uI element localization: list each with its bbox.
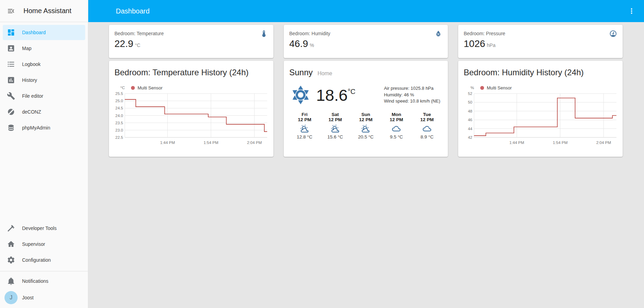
y-axis-unit: % <box>464 86 474 90</box>
temperature-history-card: Bedroom: Temperature History (24h) °C Mu… <box>109 61 273 157</box>
svg-text:42: 42 <box>468 135 472 139</box>
forecast-time: 12 PM <box>412 117 442 122</box>
forecast-temp: 8.9 °C <box>412 134 442 139</box>
svg-text:2:04 PM: 2:04 PM <box>247 141 262 145</box>
forecast-col-sat: Sat12 PM15.6 °C <box>320 112 351 139</box>
sidebar-item-label: Developer Tools <box>22 225 57 231</box>
svg-text:46: 46 <box>468 118 472 122</box>
sidebar-item-label: Configuration <box>22 257 51 263</box>
card-title: Bedroom: Humidity History (24h) <box>464 68 617 77</box>
svg-text:25.0: 25.0 <box>115 99 123 103</box>
sidebar-divider <box>0 271 88 271</box>
legend-label: Multi Sensor <box>138 85 162 90</box>
app-title: Home Assistant <box>23 7 71 15</box>
sidebar-item-user[interactable]: J Joost <box>3 290 85 305</box>
weather-temperature: 18.6 <box>316 87 348 103</box>
humidity-history-chart: 5250484644421:44 PM1:54 PM2:04 PM <box>464 91 617 146</box>
svg-text:24.0: 24.0 <box>115 114 123 118</box>
weather-partly-cloudy-icon <box>361 124 370 133</box>
forecast-col-mon: Mon12 PM9.5 °C <box>381 112 412 139</box>
sensor-unit: hPa <box>487 42 495 48</box>
sidebar-nav: DashboardMapLogbookHistoryFile editordeC… <box>0 22 88 220</box>
dots-vertical-icon[interactable] <box>627 7 636 15</box>
notifications-label: Notifications <box>22 278 48 284</box>
weather-card[interactable]: Sunny Home 18.6 °C Air pressure: 1025.8 … <box>284 61 448 157</box>
weather-cloudy-icon <box>392 124 401 133</box>
svg-text:44: 44 <box>468 127 472 131</box>
sensor-name: Bedroom: Temperature <box>114 30 260 36</box>
card-title: Bedroom: Temperature History (24h) <box>114 68 268 77</box>
forecast-temp: 15.6 °C <box>320 134 351 139</box>
menu-open-icon[interactable] <box>7 7 15 15</box>
sensor-unit: % <box>310 42 314 48</box>
sidebar-item-label: Supervisor <box>22 241 45 247</box>
svg-text:25.5: 25.5 <box>115 92 123 96</box>
sidebar-item-label: Map <box>22 46 31 51</box>
weather-partly-cloudy-icon <box>300 124 309 133</box>
legend-dot <box>480 86 484 90</box>
sensor-card-bedroom-pressure[interactable]: Bedroom: Pressure1026hPa <box>458 25 623 58</box>
sidebar-item-file-editor[interactable]: File editor <box>3 88 85 104</box>
sidebar-item-notifications[interactable]: Notifications <box>3 273 85 289</box>
account-box-icon <box>7 44 15 52</box>
weather-attributes: Air pressure: 1025.8 hPaHumidity: 46 %Wi… <box>384 85 440 105</box>
svg-text:52: 52 <box>468 92 472 96</box>
user-name: Joost <box>22 295 33 300</box>
poll-box-icon <box>7 76 15 84</box>
page-title: Dashboard <box>116 7 150 15</box>
svg-text:1:44 PM: 1:44 PM <box>160 141 175 145</box>
weather-cloudy-icon <box>422 124 432 133</box>
sidebar-item-dashboard[interactable]: Dashboard <box>3 25 85 40</box>
bell-icon <box>7 277 15 285</box>
wrench-icon <box>7 92 15 100</box>
forecast-col-fri: Fri12 PM12.8 °C <box>289 112 320 139</box>
svg-text:23.0: 23.0 <box>115 128 123 132</box>
forecast-day: Sat <box>320 112 351 117</box>
temperature-history-chart: 25.525.024.524.023.523.022.51:44 PM1:54 … <box>114 91 268 146</box>
database-icon <box>7 124 15 132</box>
weather-attribute: Humidity: 46 % <box>384 92 440 98</box>
gauge-icon <box>609 30 617 38</box>
dashboard-view: Bedroom: Temperature22.9°CBedroom: Humid… <box>88 22 644 308</box>
home-assistant-icon <box>7 240 15 248</box>
forecast-time: 12 PM <box>289 117 320 122</box>
forecast-col-sun: Sun12 PM20.5 °C <box>351 112 381 139</box>
sidebar-item-phpmyadmin[interactable]: phpMyAdmin <box>3 120 85 135</box>
sidebar-item-label: deCONZ <box>22 109 41 115</box>
forecast-day: Tue <box>412 112 442 117</box>
sidebar-item-configuration[interactable]: Configuration <box>3 252 85 268</box>
sidebar-item-logbook[interactable]: Logbook <box>3 57 85 72</box>
sidebar-item-map[interactable]: Map <box>3 41 85 56</box>
forecast-day: Mon <box>381 112 412 117</box>
svg-text:1:54 PM: 1:54 PM <box>553 141 567 145</box>
avatar: J <box>4 291 18 304</box>
svg-text:22.5: 22.5 <box>115 135 123 139</box>
sensor-value: 22.9 <box>114 38 133 49</box>
svg-text:24.5: 24.5 <box>115 106 123 110</box>
sidebar-item-developer-tools[interactable]: Developer Tools <box>3 221 85 236</box>
svg-text:50: 50 <box>468 100 472 104</box>
sidebar-item-label: phpMyAdmin <box>22 125 50 131</box>
svg-text:23.5: 23.5 <box>115 121 123 125</box>
sidebar-item-deconz[interactable]: deCONZ <box>3 104 85 119</box>
format-list-bulleted-icon <box>7 60 15 68</box>
svg-text:48: 48 <box>468 109 472 113</box>
sidebar-item-history[interactable]: History <box>3 73 85 88</box>
y-axis-unit: °C <box>114 86 125 90</box>
sensor-value: 46.9 <box>289 38 308 49</box>
forecast-col-tue: Tue12 PM8.9 °C <box>412 112 442 139</box>
sidebar-item-label: Dashboard <box>22 30 46 35</box>
sensor-card-bedroom-humidity[interactable]: Bedroom: Humidity46.9% <box>284 25 448 58</box>
forecast-time: 12 PM <box>381 117 412 122</box>
chart-legend: % Multi Sensor <box>464 85 617 90</box>
forecast-temp: 20.5 °C <box>351 134 381 139</box>
sensor-card-bedroom-temperature[interactable]: Bedroom: Temperature22.9°C <box>109 25 273 58</box>
sensor-name: Bedroom: Pressure <box>464 30 609 36</box>
svg-text:1:54 PM: 1:54 PM <box>203 141 218 145</box>
legend-label: Multi Sensor <box>487 85 512 90</box>
forecast-time: 12 PM <box>320 117 351 122</box>
sidebar-item-supervisor[interactable]: Supervisor <box>3 237 85 252</box>
cog-icon <box>7 256 15 264</box>
forecast-day: Fri <box>289 112 320 117</box>
sidebar-header: Home Assistant <box>0 0 88 22</box>
